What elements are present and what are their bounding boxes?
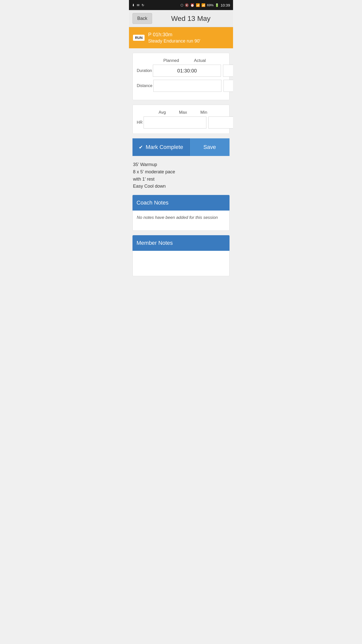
activity-info: P 01h:30m Steady Endurance run 90' <box>148 32 200 44</box>
distance-label: Distance <box>137 84 152 88</box>
save-button[interactable]: Save <box>190 138 230 156</box>
activity-name: Steady Endurance run 90' <box>148 38 200 44</box>
sync-icon: ↻ <box>142 3 144 7</box>
workout-note-line4: Easy Cool down <box>133 183 229 190</box>
hr-header: Avg Max Min <box>137 110 225 115</box>
coach-notes-empty: No notes have been added for this sessio… <box>137 215 218 220</box>
back-button[interactable]: Back <box>132 13 152 24</box>
workout-note-line3: with 1' rest <box>133 176 229 183</box>
clock: 10:39 <box>220 3 230 7</box>
status-bar: ⬇ ✉ ↻ ⬡ 🔇 ⏰ 📶 📶 69% 🔋 10:39 <box>129 0 233 10</box>
member-notes-input[interactable] <box>137 255 225 270</box>
max-hr-input[interactable] <box>208 116 233 129</box>
mark-complete-button[interactable]: ✔ Mark Complete <box>132 138 190 156</box>
download-icon: ⬇ <box>132 3 135 7</box>
workout-note-line1: 35' Warmup <box>133 161 229 168</box>
duration-distance-card: Planned Actual Duration h:m:s Distance k… <box>132 53 230 100</box>
hr-card: Avg Max Min HR bpm <box>132 105 230 134</box>
page-title: Wed 13 May <box>152 15 230 23</box>
workout-note-line2: 8 x 5' moderate pace <box>133 168 229 176</box>
member-notes-title: Member Notes <box>137 240 173 246</box>
coach-notes-content: No notes have been added for this sessio… <box>132 211 230 231</box>
status-right-icons: ⬡ 🔇 ⏰ 📶 📶 69% 🔋 10:39 <box>180 3 230 7</box>
hr-label: HR <box>137 120 143 125</box>
duration-label: Duration <box>137 68 152 73</box>
header: Back Wed 13 May <box>129 10 233 27</box>
activity-planned-time: P 01h:30m <box>148 32 200 37</box>
battery-percent: 69% <box>207 3 213 7</box>
coach-notes-header: Coach Notes <box>132 195 230 211</box>
stats-header: Planned Actual <box>137 58 225 63</box>
member-notes-header: Member Notes <box>132 235 230 251</box>
checkmark-icon: ✔ <box>139 144 143 150</box>
planned-col-label: Planned <box>157 58 186 63</box>
alarm-icon: ⏰ <box>190 3 194 7</box>
distance-row: Distance km <box>137 80 225 92</box>
battery-icon: 🔋 <box>215 3 219 7</box>
mute-icon: 🔇 <box>185 3 189 7</box>
mark-complete-label: Mark Complete <box>146 144 183 150</box>
planned-distance-input[interactable] <box>153 80 221 92</box>
action-buttons: ✔ Mark Complete Save <box>132 138 230 156</box>
planned-duration-input[interactable] <box>153 65 221 77</box>
avg-hr-input[interactable] <box>144 116 206 129</box>
min-label: Min <box>193 110 214 115</box>
mail-icon: ✉ <box>137 3 140 7</box>
avg-label: Avg <box>152 110 173 115</box>
actual-duration-input[interactable] <box>223 65 233 77</box>
activity-banner: RUN P 01h:30m Steady Endurance run 90' <box>129 27 233 48</box>
actual-distance-input[interactable] <box>223 80 233 92</box>
signal-icon: 📶 <box>201 3 205 7</box>
wifi-icon: 📶 <box>196 3 200 7</box>
status-left-icons: ⬇ ✉ ↻ <box>132 3 144 7</box>
coach-notes-title: Coach Notes <box>137 199 168 206</box>
workout-notes: 35' Warmup 8 x 5' moderate pace with 1' … <box>129 161 233 195</box>
member-notes-content[interactable] <box>132 251 230 276</box>
hr-row: HR bpm <box>137 116 225 129</box>
max-label: Max <box>173 110 194 115</box>
bluetooth-icon: ⬡ <box>180 3 183 7</box>
activity-type-badge: RUN <box>133 35 145 41</box>
actual-col-label: Actual <box>186 58 214 63</box>
duration-row: Duration h:m:s <box>137 65 225 77</box>
